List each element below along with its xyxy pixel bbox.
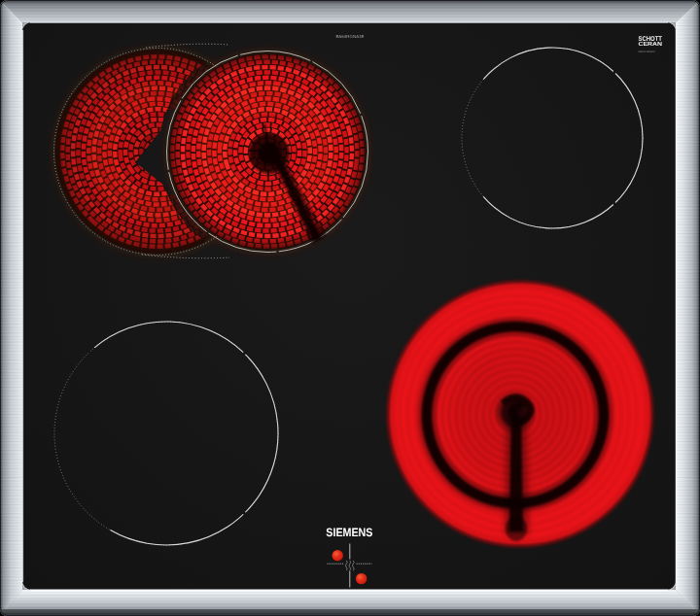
svg-text:SIEMENS: SIEMENS bbox=[326, 526, 372, 539]
svg-text:EA64RGNA1E: EA64RGNA1E bbox=[335, 34, 364, 39]
svg-text:MADE IN GERMANY: MADE IN GERMANY bbox=[638, 51, 655, 53]
svg-text:CERAN: CERAN bbox=[638, 41, 662, 48]
